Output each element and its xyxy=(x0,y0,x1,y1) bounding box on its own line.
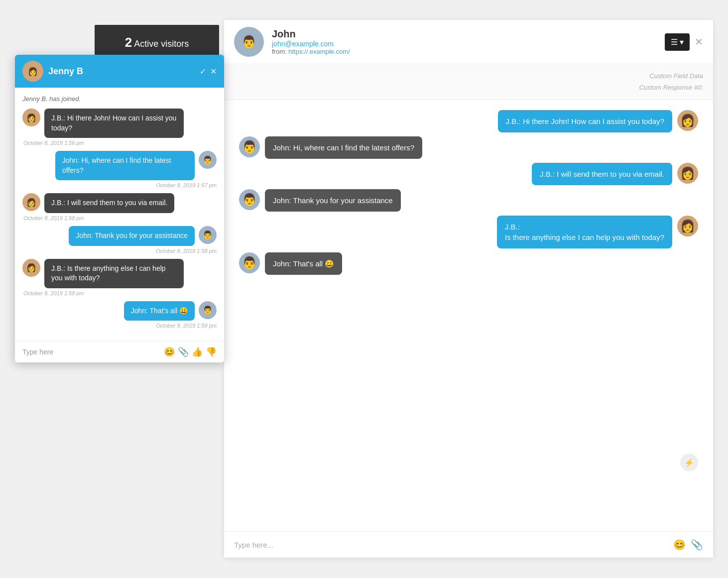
main-user-info: John john@example.com from: https://.exa… xyxy=(272,28,657,55)
user-avatar-msg6: 👨 xyxy=(199,301,217,319)
chat-message-1: 👩 J.B.: Hi there John! How can I assist … xyxy=(22,109,217,138)
msg-bubble-3: J.B.: I will send them to you via email. xyxy=(44,193,174,213)
main-agent-avatar-5: 👩 xyxy=(677,216,698,236)
main-footer: Type here... 😊 📎 xyxy=(224,531,713,558)
custom-field-2: Custom Response #0: xyxy=(234,82,703,93)
chat-widget-header: 👩 Jenny B ✓ ✕ xyxy=(15,55,224,88)
main-bubble-6: John: That's all 😀 xyxy=(265,252,342,275)
msg-bubble-2: John: Hi, where can I find the latest of… xyxy=(55,151,195,180)
msg-time-1: October 8, 2019 1:56 pm xyxy=(22,140,217,146)
attach-icon[interactable]: 📎 xyxy=(178,347,189,357)
msg-bubble-4: John: Thank you for your assistance xyxy=(69,226,195,246)
check-icon[interactable]: ✓ xyxy=(200,67,206,76)
main-agent-avatar-1: 👩 xyxy=(677,110,698,131)
msg-time-2: October 8, 2019 1:57 pm xyxy=(22,182,217,188)
msg-time-3: October 8, 2019 1:58 pm xyxy=(22,215,217,221)
main-header-actions: ☰ ▾ ✕ xyxy=(665,33,703,51)
lightning-button[interactable]: ⚡ xyxy=(680,454,698,471)
main-user-avatar: 👨 xyxy=(234,27,264,57)
header-actions: ✓ ✕ xyxy=(200,67,217,76)
main-message-1: J.B.: Hi there John! How can I assist yo… xyxy=(239,110,698,132)
main-user-avatar-6: 👨 xyxy=(239,252,260,273)
main-bubble-5: J.B.:Is there anything else I can help y… xyxy=(497,216,672,248)
msg-time-5: October 8, 2019 1:58 pm xyxy=(22,290,217,296)
main-message-3: J.B.: I will send them to you via email.… xyxy=(239,163,698,185)
main-panel: 👨 John john@example.com from: https://.e… xyxy=(224,20,713,558)
chat-message-4: John: Thank you for your assistance 👨 xyxy=(22,226,217,246)
chat-message-5: 👩 J.B.: Is there anything else I can hel… xyxy=(22,259,217,288)
main-bubble-1: J.B.: Hi there John! How can I assist yo… xyxy=(498,110,673,132)
agent-avatar-msg3: 👩 xyxy=(22,193,40,211)
main-attach-icon[interactable]: 📎 xyxy=(691,539,703,551)
main-emoji-icon[interactable]: 😊 xyxy=(673,539,686,551)
msg-bubble-6: John: That's all 😀 xyxy=(124,301,195,321)
chat-body: Jenny B. has joined. 👩 J.B.: Hi there Jo… xyxy=(15,88,224,341)
main-user-email[interactable]: john@example.com xyxy=(272,40,657,48)
thumbup-icon[interactable]: 👍 xyxy=(192,347,203,357)
visitor-label: Active visitors xyxy=(134,39,189,49)
msg-bubble-5: J.B.: Is there anything else I can help … xyxy=(44,259,184,288)
main-messages: J.B.: Hi there John! How can I assist yo… xyxy=(224,100,713,531)
chat-widget: 👩 Jenny B ✓ ✕ Jenny B. has joined. 👩 J.B… xyxy=(15,55,224,362)
user-avatar-msg4: 👨 xyxy=(199,226,217,244)
chat-message-6: John: That's all 😀 👨 xyxy=(22,301,217,321)
main-message-2: 👨 John: Hi, where can I find the latest … xyxy=(239,136,698,159)
main-bubble-2: John: Hi, where can I find the latest of… xyxy=(265,136,422,159)
main-bubble-3: J.B.: I will send them to you via email. xyxy=(532,163,672,185)
agent-name: Jenny B xyxy=(48,66,195,77)
main-header: 👨 John john@example.com from: https://.e… xyxy=(224,20,713,64)
agent-avatar-msg5: 👩 xyxy=(22,259,40,277)
main-message-5: J.B.:Is there anything else I can help y… xyxy=(239,216,698,248)
msg-time-4: October 8, 2019 1:58 pm xyxy=(22,248,217,254)
main-user-from: from: https://.example.com/ xyxy=(272,48,657,55)
chat-footer: Type here 😊 📎 👍 👎 xyxy=(15,341,224,362)
agent-avatar-header: 👩 xyxy=(22,61,43,82)
chat-message-3: 👩 J.B.: I will send them to you via emai… xyxy=(22,193,217,213)
main-user-name: John xyxy=(272,28,657,40)
menu-button[interactable]: ☰ ▾ xyxy=(665,33,690,51)
main-bubble-4: John: Thank you for your assistance xyxy=(265,189,401,212)
dropdown-icon: ▾ xyxy=(680,37,684,47)
menu-icon: ☰ xyxy=(671,37,678,47)
main-footer-icons: 😊 📎 xyxy=(673,539,703,551)
chat-footer-icons: 😊 📎 👍 👎 xyxy=(164,347,217,357)
thumbdown-icon[interactable]: 👎 xyxy=(206,347,217,357)
from-url[interactable]: https://.example.com/ xyxy=(288,48,350,55)
main-type-placeholder[interactable]: Type here... xyxy=(234,541,273,549)
chat-message-2: John: Hi, where can I find the latest of… xyxy=(22,151,217,180)
main-message-6: 👨 John: That's all 😀 xyxy=(239,252,698,275)
custom-field-1: Custom Field Data xyxy=(234,70,703,82)
main-agent-avatar-3: 👩 xyxy=(677,163,698,184)
main-message-4: 👨 John: Thank you for your assistance xyxy=(239,189,698,212)
custom-fields-panel: Custom Field Data Custom Response #0: xyxy=(224,64,713,100)
agent-avatar-msg1: 👩 xyxy=(22,109,40,126)
visitor-count: 2 xyxy=(125,35,132,50)
chat-type-placeholder[interactable]: Type here xyxy=(22,348,53,356)
from-label: from: xyxy=(272,48,287,55)
msg-bubble-1: J.B.: Hi there John! How can I assist yo… xyxy=(44,109,184,138)
main-user-avatar-2: 👨 xyxy=(239,136,260,157)
emoji-icon[interactable]: 😊 xyxy=(164,347,175,357)
main-close-button[interactable]: ✕ xyxy=(695,36,703,48)
join-notice: Jenny B. has joined. xyxy=(22,95,217,103)
main-user-avatar-4: 👨 xyxy=(239,189,260,210)
msg-time-6: October 8, 2019 1:59 pm xyxy=(22,323,217,329)
close-icon[interactable]: ✕ xyxy=(210,67,217,76)
user-avatar-msg2: 👨 xyxy=(199,151,217,169)
